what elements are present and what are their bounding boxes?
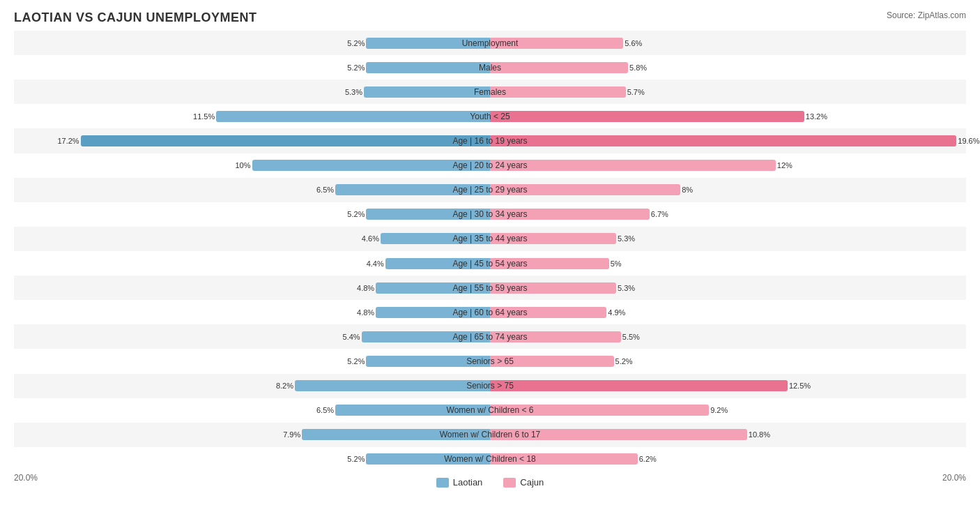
center-label: Males	[479, 63, 501, 73]
right-value: 4.9%	[608, 308, 625, 317]
right-value: 5.8%	[629, 63, 647, 72]
chart-row: 5.4% 5.5% Age | 65 to 74 years	[14, 324, 966, 349]
right-bar-container	[490, 111, 804, 122]
left-value: 5.4%	[343, 333, 360, 341]
center-label: Unemployment	[462, 38, 519, 48]
right-value: 19.6%	[958, 137, 979, 145]
chart-row: 8.2% 12.5% Seniors > 75	[14, 374, 966, 398]
left-value: 4.6%	[362, 234, 379, 243]
left-value: 5.3%	[345, 88, 362, 96]
axis-right-label: 20.0%	[942, 473, 966, 488]
chart-row: 4.8% 4.9% Age | 60 to 64 years	[14, 300, 966, 324]
left-value: 10%	[235, 161, 250, 169]
right-value: 10.8%	[749, 430, 770, 439]
right-value: 5.3%	[618, 284, 635, 292]
left-value: 8.2%	[276, 382, 293, 390]
center-label: Age | 65 to 74 years	[452, 332, 527, 342]
legend-laotian: Laotian	[436, 477, 483, 488]
chart-row: 10% 12% Age | 20 to 24 years	[14, 153, 966, 178]
left-value: 5.2%	[347, 455, 365, 463]
right-value: 8%	[682, 186, 693, 194]
left-value: 4.8%	[357, 284, 374, 292]
left-bar-container	[216, 111, 490, 122]
right-value: 5.5%	[622, 333, 640, 341]
left-bar	[216, 111, 490, 122]
right-bar	[490, 111, 804, 122]
left-value: 17.2%	[57, 137, 79, 145]
center-label: Age | 20 to 24 years	[452, 160, 527, 170]
left-value: 7.9%	[283, 430, 300, 439]
axis-labels: 20.0% Laotian Cajun 20.0%	[14, 473, 966, 488]
left-value: 6.5%	[316, 406, 334, 414]
center-label: Age | 16 to 19 years	[452, 136, 527, 146]
left-bar-container	[366, 62, 490, 73]
left-value: 5.2%	[347, 357, 365, 365]
left-value: 6.5%	[316, 186, 334, 194]
left-bar	[366, 62, 490, 73]
chart-row: 4.4% 5% Age | 45 to 54 years	[14, 251, 966, 276]
left-bar-container	[81, 135, 490, 146]
chart-row: 5.2% 5.2% Seniors > 65	[14, 349, 966, 373]
cajun-legend-label: Cajun	[520, 477, 544, 488]
chart-row: 4.6% 5.3% Age | 35 to 44 years	[14, 227, 966, 251]
right-value: 6.2%	[639, 455, 657, 463]
chart-row: 11.5% 13.2% Youth < 25	[14, 104, 966, 128]
center-label: Age | 55 to 59 years	[452, 283, 527, 293]
center-label: Females	[474, 87, 506, 97]
left-bar	[295, 380, 490, 391]
source-text: Source: ZipAtlas.com	[887, 10, 966, 20]
right-value: 5.7%	[627, 88, 645, 96]
right-bar	[490, 135, 956, 146]
chart-row: 4.8% 5.3% Age | 55 to 59 years	[14, 276, 966, 300]
legend-cajun: Cajun	[503, 477, 544, 488]
center-label: Women w/ Children 6 to 17	[440, 430, 541, 439]
right-bar-container	[490, 160, 776, 171]
center-label: Seniors > 75	[466, 381, 514, 391]
right-bar	[490, 380, 788, 391]
right-bar-container	[490, 62, 628, 73]
center-label: Seniors > 65	[466, 356, 514, 366]
chart-row: 17.2% 19.6% Age | 16 to 19 years	[14, 128, 966, 153]
left-bar	[81, 135, 490, 146]
left-bar	[364, 86, 490, 98]
left-value: 4.4%	[367, 259, 384, 268]
right-value: 5.3%	[618, 234, 635, 243]
center-label: Age | 60 to 64 years	[452, 308, 527, 317]
right-value: 5%	[611, 259, 622, 268]
chart-row: 5.2% 5.6% Unemployment	[14, 31, 966, 55]
center-label: Age | 45 to 54 years	[452, 259, 527, 269]
left-value: 5.2%	[347, 210, 365, 218]
right-value: 13.2%	[806, 112, 827, 121]
chart-container: LAOTIAN VS CAJUN UNEMPLOYMENT Source: Zi…	[0, 0, 980, 528]
right-bar	[490, 160, 776, 171]
left-value: 5.2%	[347, 63, 365, 72]
right-value: 12%	[777, 161, 793, 169]
center-label: Age | 35 to 44 years	[452, 234, 527, 243]
right-bar	[490, 86, 626, 98]
left-bar-container	[295, 380, 490, 391]
center-label: Women w/ Children < 6	[447, 405, 534, 415]
chart-title: LAOTIAN VS CAJUN UNEMPLOYMENT	[14, 10, 966, 25]
right-bar-container	[490, 86, 626, 98]
left-bar-container	[364, 86, 490, 98]
right-bar	[490, 62, 628, 73]
left-value: 11.5%	[193, 112, 215, 121]
chart-row: 7.9% 10.8% Women w/ Children 6 to 17	[14, 423, 966, 447]
chart-area: 5.2% 5.6% Unemployment 5.2% 5.8% Males 5…	[14, 31, 966, 472]
chart-row: 5.2% 6.7% Age | 30 to 34 years	[14, 202, 966, 227]
right-bar-container	[490, 380, 788, 391]
chart-row: 6.5% 8% Age | 25 to 29 years	[14, 178, 966, 202]
chart-row: 5.3% 5.7% Females	[14, 80, 966, 104]
chart-row: 5.2% 5.8% Males	[14, 55, 966, 80]
right-bar-container	[490, 135, 956, 146]
right-value: 5.2%	[615, 357, 633, 365]
right-value: 12.5%	[789, 382, 811, 390]
laotian-legend-label: Laotian	[453, 477, 483, 488]
left-value: 4.8%	[357, 308, 374, 317]
center-label: Age | 25 to 29 years	[452, 185, 527, 195]
center-label: Youth < 25	[470, 112, 510, 121]
right-value: 6.7%	[651, 210, 668, 218]
cajun-legend-box	[503, 478, 516, 488]
center-label: Women w/ Children < 18	[444, 454, 536, 464]
legend: Laotian Cajun	[436, 477, 544, 488]
